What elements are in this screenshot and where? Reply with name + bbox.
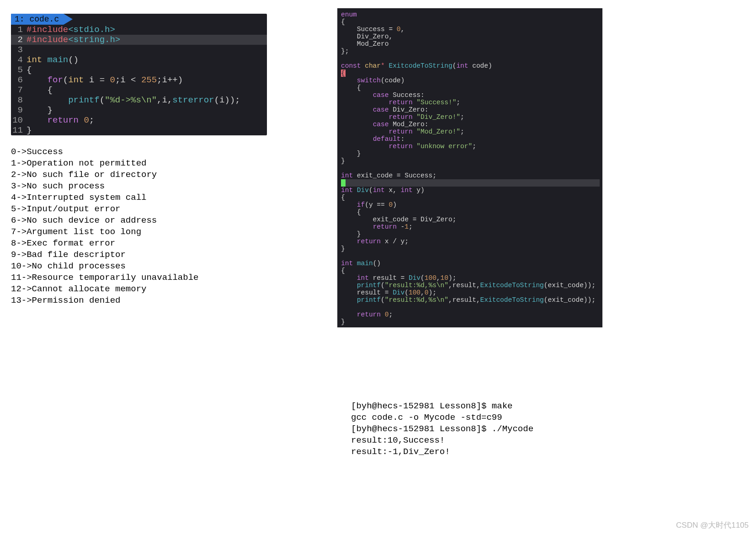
line-number: 8: [11, 95, 27, 105]
line-number: 3: [11, 45, 27, 55]
code-line: const char* ExitcodeToString(int code): [341, 62, 600, 70]
code-line: {: [341, 194, 600, 201]
code-line: 8 printf("%d->%s\n",i,strerror(i));: [11, 95, 267, 105]
code-line: [341, 165, 600, 172]
code-line: }: [341, 157, 600, 165]
terminal-output-left: 0->Success 1->Operation not permitted 2-…: [11, 146, 267, 306]
code-editor-right: enum{ Success = 0, Div_Zero, Mod_Zero}; …: [337, 8, 602, 327]
code-line: [341, 55, 600, 62]
code-text: int main(): [27, 55, 267, 65]
tab-code-c[interactable]: 1: code.c: [11, 14, 64, 25]
code-text: #include<stdio.h>: [27, 25, 267, 35]
code-line: Div_Zero,: [341, 33, 600, 40]
code-line: return -1;: [341, 223, 600, 230]
code-line: 2#include<string.h>: [11, 35, 267, 45]
code-text: return 0;: [27, 115, 267, 125]
code-editor-left: 1: code.c 1#include<stdio.h>2#include<st…: [11, 14, 267, 135]
left-column: 1: code.c 1#include<stdio.h>2#include<st…: [11, 14, 267, 306]
code-text: {: [27, 85, 267, 95]
code-line: case Div_Zero:: [341, 106, 600, 113]
code-line: {: [341, 267, 600, 274]
code-line: }: [341, 230, 600, 238]
code-line: 11}: [11, 125, 267, 135]
code-line: }: [341, 318, 600, 326]
line-number: 6: [11, 75, 27, 85]
code-line: [341, 252, 600, 260]
code-line: return "unknow error";: [341, 143, 600, 150]
code-body-left: 1#include<stdio.h>2#include<string.h>34i…: [11, 25, 267, 135]
code-line: return "Div_Zero!";: [341, 113, 600, 121]
code-line: 7 {: [11, 85, 267, 95]
code-line: {: [341, 84, 600, 91]
code-line: 1#include<stdio.h>: [11, 25, 267, 35]
code-line: 10 return 0;: [11, 115, 267, 125]
code-line: case Mod_Zero:: [341, 121, 600, 128]
code-line: enum: [341, 11, 600, 18]
code-line: Mod_Zero: [341, 40, 600, 48]
code-line: 5{: [11, 65, 267, 75]
code-line: 4int main(): [11, 55, 267, 65]
code-text: for(int i = 0;i < 255;i++): [27, 75, 267, 85]
code-line: default:: [341, 135, 600, 143]
code-line: if(y == 0): [341, 201, 600, 209]
line-number: 10: [11, 115, 27, 125]
code-text: [27, 45, 267, 55]
code-line: int Div(int x, int y): [341, 187, 600, 194]
code-line: [341, 179, 600, 187]
code-line: int main(): [341, 260, 600, 267]
code-line: return x / y;: [341, 238, 600, 245]
code-line: {: [341, 209, 600, 216]
code-text: }: [27, 125, 267, 135]
tab-bar: 1: code.c: [11, 14, 267, 25]
code-line: }: [341, 245, 600, 252]
watermark: CSDN @大时代1105: [676, 520, 749, 530]
code-text: {: [27, 65, 267, 75]
code-line: {: [341, 18, 600, 26]
code-line: 9 }: [11, 105, 267, 115]
right-column: enum{ Success = 0, Div_Zero, Mod_Zero}; …: [337, 8, 602, 327]
code-text: #include<string.h>: [27, 35, 267, 45]
code-line: int result = Div(100,10);: [341, 274, 600, 282]
code-line: return "Success!";: [341, 99, 600, 106]
code-line: int exit_code = Success;: [341, 172, 600, 179]
code-text: printf("%d->%s\n",i,strerror(i));: [27, 95, 267, 105]
code-line: {: [341, 70, 600, 77]
terminal-output-right: [byh@hecs-152981 Lesson8]$ make gcc code…: [351, 401, 533, 458]
line-number: 7: [11, 85, 27, 95]
line-number: 4: [11, 55, 27, 65]
code-line: result = Div(100,0);: [341, 289, 600, 296]
code-line: return 0;: [341, 311, 600, 318]
code-line: }: [341, 150, 600, 157]
code-line: 6 for(int i = 0;i < 255;i++): [11, 75, 267, 85]
line-number: 11: [11, 125, 27, 135]
line-number: 2: [11, 35, 27, 45]
code-text: }: [27, 105, 267, 115]
line-number: 9: [11, 105, 27, 115]
code-line: printf("result:%d,%s\n",result,ExitcodeT…: [341, 282, 600, 289]
code-line: case Success:: [341, 91, 600, 99]
code-line: };: [341, 48, 600, 55]
code-line: [341, 304, 600, 311]
line-number: 1: [11, 25, 27, 35]
code-line: return "Mod_Zero!";: [341, 128, 600, 135]
code-line: 3: [11, 45, 267, 55]
code-line: switch(code): [341, 77, 600, 84]
line-number: 5: [11, 65, 27, 75]
code-line: Success = 0,: [341, 26, 600, 33]
code-line: exit_code = Div_Zero;: [341, 216, 600, 223]
code-line: printf("result:%d,%s\n",result,ExitcodeT…: [341, 296, 600, 304]
